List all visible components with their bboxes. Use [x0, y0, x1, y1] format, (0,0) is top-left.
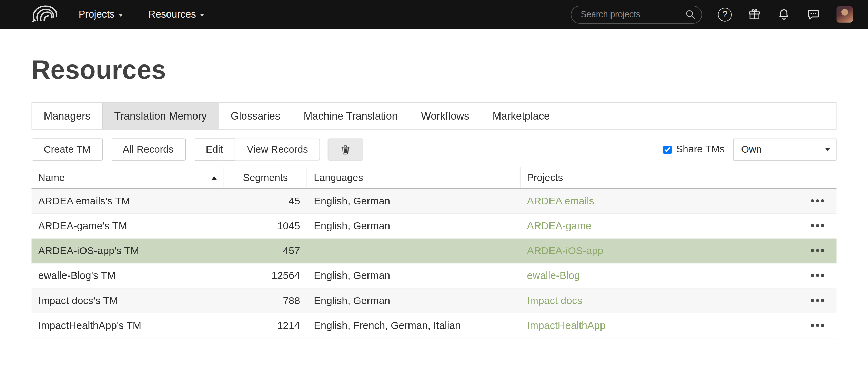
scope-dropdown-value: Own	[741, 144, 761, 156]
search-input[interactable]	[571, 5, 702, 23]
column-header-name[interactable]: Name	[32, 167, 224, 188]
app-logo[interactable]	[31, 3, 60, 26]
chevron-down-icon	[119, 13, 123, 16]
nav-menu-resources[interactable]: Resources	[148, 9, 204, 20]
tab-machine-translation[interactable]: Machine Translation	[292, 103, 410, 129]
gift-icon[interactable]	[748, 8, 761, 21]
share-tms-toggle[interactable]: Share TMs	[663, 143, 725, 156]
tm-name: ImpactHealthApp's TM	[32, 320, 224, 332]
bell-icon[interactable]	[777, 8, 791, 21]
row-menu-button[interactable]	[800, 294, 837, 307]
table-row[interactable]: ARDEA emails's TM 45 English, German ARD…	[32, 189, 837, 214]
trash-icon	[340, 143, 352, 156]
table-row[interactable]: ImpactHealthApp's TM 1214 English, Frenc…	[32, 313, 837, 338]
tab-glossaries[interactable]: Glossaries	[219, 103, 292, 129]
sort-ascending-icon	[211, 176, 217, 180]
chevron-down-icon	[825, 148, 830, 151]
app: Projects Resources	[0, 0, 868, 381]
logo-swirl-icon	[31, 3, 60, 26]
tm-segments: 12564	[224, 270, 307, 282]
tm-name: ARDEA-game's TM	[32, 220, 224, 232]
avatar[interactable]	[837, 6, 853, 23]
tm-segments: 457	[224, 245, 307, 257]
row-menu-button[interactable]	[800, 320, 837, 332]
view-records-button[interactable]: View Records	[235, 138, 320, 160]
row-menu-button[interactable]	[800, 195, 837, 207]
tm-segments: 1045	[224, 220, 307, 232]
tm-languages: English, French, German, Italian	[307, 320, 520, 332]
tm-languages: English, German	[307, 270, 520, 282]
tab-marketplace[interactable]: Marketplace	[481, 103, 562, 129]
table-row[interactable]: Impact docs's TM 788 English, German Imp…	[32, 289, 837, 313]
main-content: Resources Managers Translation Memory Gl…	[0, 54, 868, 338]
column-header-segments[interactable]: Segments	[224, 167, 307, 188]
tm-languages: English, German	[307, 220, 520, 232]
edit-view-button-group: Edit View Records	[194, 138, 320, 160]
tm-project-link[interactable]: Impact docs	[527, 294, 582, 306]
tm-name: Impact docs's TM	[32, 294, 224, 307]
page-title: Resources	[32, 54, 837, 84]
tabs-bar: Managers Translation Memory Glossaries M…	[32, 102, 837, 130]
tm-name: ARDEA-iOS-app's TM	[32, 245, 224, 257]
tab-label: Marketplace	[493, 110, 550, 122]
row-menu-button[interactable]	[800, 245, 837, 257]
tm-table: Name Segments Languages Projects ARDEA e…	[32, 167, 837, 338]
delete-button[interactable]	[328, 138, 363, 160]
table-row[interactable]: ewalle-Blog's TM 12564 English, German e…	[32, 263, 837, 288]
tab-label: Glossaries	[231, 110, 280, 122]
tab-label: Machine Translation	[304, 110, 398, 122]
tm-project-link[interactable]: ewalle-Blog	[527, 270, 580, 281]
help-icon[interactable]	[718, 8, 732, 21]
share-tms-checkbox[interactable]	[663, 146, 672, 154]
column-header-projects[interactable]: Projects	[521, 167, 800, 188]
column-header-languages[interactable]: Languages	[307, 167, 520, 188]
chat-icon[interactable]	[807, 8, 820, 21]
tm-name: ARDEA emails's TM	[32, 195, 224, 207]
tm-segments: 45	[224, 195, 307, 207]
search-icon[interactable]	[685, 9, 695, 19]
toolbar: Create TM All Records Edit View Records …	[32, 138, 837, 160]
create-tm-button[interactable]: Create TM	[32, 138, 103, 160]
tab-translation-memory[interactable]: Translation Memory	[102, 103, 219, 129]
tm-languages: English, German	[307, 195, 520, 207]
search-projects	[571, 5, 702, 23]
tm-segments: 1214	[224, 320, 307, 332]
scope-dropdown[interactable]: Own	[733, 138, 836, 160]
tm-table-header: Name Segments Languages Projects	[32, 167, 837, 189]
all-records-button[interactable]: All Records	[111, 138, 186, 160]
tm-project-link[interactable]: ImpactHealthApp	[527, 320, 606, 331]
row-menu-button[interactable]	[800, 220, 837, 232]
row-menu-button[interactable]	[800, 270, 837, 282]
tm-project-link[interactable]: ARDEA emails	[527, 195, 594, 207]
nav-menu-resources-label: Resources	[148, 9, 196, 20]
tab-label: Managers	[44, 110, 91, 122]
nav-menu-projects[interactable]: Projects	[79, 9, 123, 20]
top-navbar: Projects Resources	[0, 0, 868, 29]
chevron-down-icon	[200, 13, 204, 16]
nav-menu-projects-label: Projects	[79, 9, 114, 20]
table-row[interactable]: ARDEA-iOS-app's TM 457 ARDEA-iOS-app	[32, 239, 837, 263]
tm-name: ewalle-Blog's TM	[32, 270, 224, 282]
tm-segments: 788	[224, 294, 307, 307]
edit-button[interactable]: Edit	[194, 138, 235, 160]
tab-managers[interactable]: Managers	[32, 103, 102, 129]
tab-label: Workflows	[421, 110, 469, 122]
tm-project-link[interactable]: ARDEA-iOS-app	[527, 245, 603, 257]
tm-languages: English, German	[307, 294, 520, 307]
table-row[interactable]: ARDEA-game's TM 1045 English, German ARD…	[32, 214, 837, 239]
tm-table-body: ARDEA emails's TM 45 English, German ARD…	[32, 189, 837, 339]
tab-label: Translation Memory	[114, 110, 207, 122]
tm-project-link[interactable]: ARDEA-game	[527, 220, 592, 232]
column-header-actions	[800, 167, 837, 188]
share-tms-label: Share TMs	[676, 143, 725, 156]
tab-workflows[interactable]: Workflows	[410, 103, 481, 129]
